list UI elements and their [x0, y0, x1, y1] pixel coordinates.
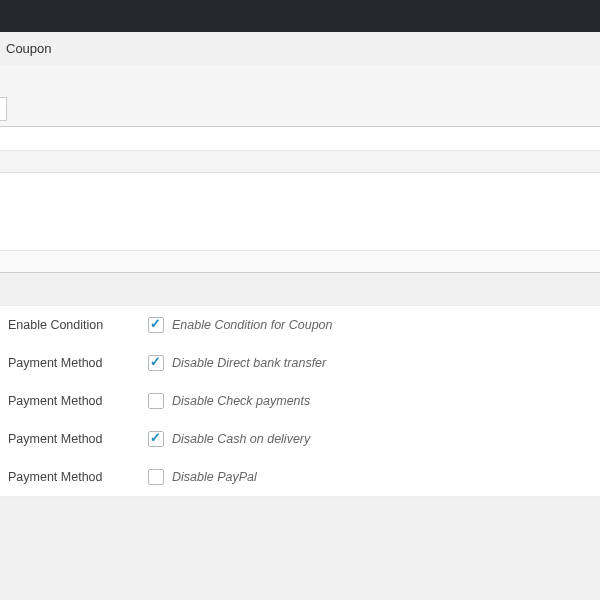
checkbox-label-paypal: Disable PayPal — [172, 470, 257, 484]
control-paypal: Disable PayPal — [148, 469, 257, 485]
control-check-payments: Disable Check payments — [148, 393, 310, 409]
row-cash-delivery: Payment Method Disable Cash on delivery — [0, 420, 600, 458]
bottom-area — [0, 497, 600, 600]
divider-section — [0, 127, 600, 151]
label-enable-condition: Enable Condition — [8, 318, 148, 332]
label-check-payments: Payment Method — [8, 394, 148, 408]
panel-header-1 — [0, 151, 600, 173]
checkbox-label-check-payments: Disable Check payments — [172, 394, 310, 408]
panel-footer-1 — [0, 251, 600, 273]
row-paypal: Payment Method Disable PayPal — [0, 458, 600, 496]
input-fragment[interactable] — [0, 97, 7, 121]
admin-top-bar — [0, 0, 600, 32]
row-enable-condition: Enable Condition Enable Condition for Co… — [0, 306, 600, 344]
label-cash-delivery: Payment Method — [8, 432, 148, 446]
page-title: Coupon — [6, 41, 52, 56]
page-header: Coupon — [0, 32, 600, 65]
content-section — [0, 173, 600, 251]
title-section — [0, 65, 600, 127]
checkbox-label-enable-condition: Enable Condition for Coupon — [172, 318, 333, 332]
checkbox-label-cash-delivery: Disable Cash on delivery — [172, 432, 310, 446]
row-check-payments: Payment Method Disable Check payments — [0, 382, 600, 420]
checkbox-label-bank-transfer: Disable Direct bank transfer — [172, 356, 326, 370]
spacer — [0, 273, 600, 305]
checkbox-bank-transfer[interactable] — [148, 355, 164, 371]
control-enable-condition: Enable Condition for Coupon — [148, 317, 333, 333]
control-bank-transfer: Disable Direct bank transfer — [148, 355, 326, 371]
label-bank-transfer: Payment Method — [8, 356, 148, 370]
row-bank-transfer: Payment Method Disable Direct bank trans… — [0, 344, 600, 382]
checkbox-cash-delivery[interactable] — [148, 431, 164, 447]
checkbox-enable-condition[interactable] — [148, 317, 164, 333]
coupon-conditions-table: Enable Condition Enable Condition for Co… — [0, 305, 600, 497]
checkbox-check-payments[interactable] — [148, 393, 164, 409]
label-paypal: Payment Method — [8, 470, 148, 484]
control-cash-delivery: Disable Cash on delivery — [148, 431, 310, 447]
checkbox-paypal[interactable] — [148, 469, 164, 485]
